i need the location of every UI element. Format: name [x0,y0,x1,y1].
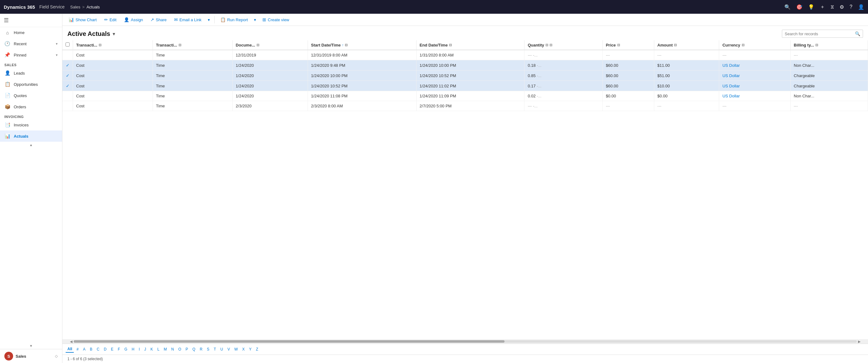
plus-icon[interactable]: ＋ [820,4,825,10]
sidebar-toggle[interactable]: ☰ [0,14,62,27]
alpha-char-o[interactable]: O [177,346,183,353]
col-check[interactable] [62,40,73,50]
table-row[interactable]: CostTime1/24/20201/24/2020 11:08 PM1/24/… [62,91,868,101]
sidebar-item-recent[interactable]: 🕐 Recent ▾ [0,38,62,49]
target-icon[interactable]: 🎯 [796,4,803,10]
col-quantity-filter2-icon[interactable]: ⊟ [550,43,552,47]
currency-cell[interactable]: US Dollar [719,70,790,81]
alpha-char-j[interactable]: J [142,346,148,353]
module-name[interactable]: Field Service [39,4,65,9]
alpha-char-t[interactable]: T [212,346,218,353]
alpha-char-p[interactable]: P [184,346,190,353]
alpha-char-h[interactable]: H [130,346,136,353]
col-quantity-filter-icon[interactable]: ⊟ [546,43,548,47]
more-dropdown-button[interactable]: ▾ [206,16,212,24]
row-check[interactable]: ✓ [62,70,73,81]
alpha-char-all[interactable]: All [65,346,74,353]
scroll-left-icon[interactable]: ◀ [69,340,74,344]
alpha-char-#[interactable]: # [74,346,81,353]
col-price-filter-icon[interactable]: ⊟ [617,43,620,47]
alpha-char-l[interactable]: L [155,346,161,353]
col-document-filter-icon[interactable]: ⊟ [256,43,259,47]
table-row[interactable]: ✓CostTime1/24/20201/24/2020 10:00 PM1/24… [62,70,868,81]
filter-icon[interactable]: ⧖ [831,4,834,10]
alpha-char-v[interactable]: V [225,346,232,353]
sidebar-item-home[interactable]: ⌂ Home [0,27,62,38]
currency-cell[interactable]: US Dollar [719,91,790,101]
alpha-char-i[interactable]: I [137,346,142,353]
sort-asc-icon[interactable]: ↑ [342,43,344,47]
run-report-dropdown[interactable]: ▾ [252,16,258,24]
col-currency-filter-icon[interactable]: ⊟ [742,43,744,47]
alpha-char-k[interactable]: K [149,346,155,353]
alpha-char-s[interactable]: S [205,346,211,353]
assign-button[interactable]: 👤 Assign [121,16,146,24]
page-title-chevron-icon[interactable]: ▾ [113,31,115,37]
scroll-thumb[interactable] [74,340,504,343]
edit-button[interactable]: ✏ Edit [101,16,120,24]
sidebar-item-leads[interactable]: 👤 Leads [0,67,62,79]
row-check[interactable] [62,91,73,101]
col-start-date-filter-icon[interactable]: ⊟ [345,43,348,47]
search-input[interactable] [785,32,853,36]
alpha-char-c[interactable]: C [95,346,101,353]
sidebar-item-pinned[interactable]: 📌 Pinned ▾ [0,49,62,61]
table-row[interactable]: ✓CostTime1/24/20201/24/2020 10:52 PM1/24… [62,81,868,91]
alpha-char-d[interactable]: D [102,346,108,353]
row-check[interactable]: ✓ [62,81,73,91]
sidebar-scroll-down[interactable]: ▼ [0,343,62,349]
table-row[interactable]: CostTime12/31/201912/31/2019 8:00 AM1/31… [62,50,868,60]
sidebar-item-actuals[interactable]: 📊 Actuals [0,130,62,142]
table-row[interactable]: CostTime2/3/20202/3/2020 8:00 AM2/7/2020… [62,101,868,111]
col-transaction-category-filter-icon[interactable]: ⊟ [179,43,181,47]
table-row[interactable]: ✓CostTime1/24/20201/24/2020 9:48 PM1/24/… [62,60,868,70]
alpha-char-n[interactable]: N [169,346,176,353]
bulb-icon[interactable]: 💡 [808,4,814,10]
alpha-char-e[interactable]: E [109,346,115,353]
create-view-button[interactable]: ⊞ Create view [259,16,292,24]
alpha-char-m[interactable]: M [162,346,169,353]
row-check[interactable] [62,50,73,60]
run-report-button[interactable]: 📋 Run Report [217,16,251,24]
email-link-button[interactable]: ✉ Email a Link [171,16,205,24]
sidebar-bottom[interactable]: S Sales ◇ [0,349,62,363]
alpha-char-g[interactable]: G [123,346,129,353]
currency-cell[interactable]: US Dollar [719,81,790,91]
settings-icon[interactable]: ⚙ [840,4,844,10]
share-button[interactable]: ↗ Share [147,16,170,24]
alpha-char-x[interactable]: X [240,346,247,353]
search-icon[interactable]: 🔍 [784,4,790,10]
sidebar-item-opportunities[interactable]: 📋 Opportunities [0,79,62,90]
select-all-checkbox[interactable] [65,42,69,47]
alpha-char-y[interactable]: Y [247,346,253,353]
horizontal-scrollbar[interactable]: ◀ ▶ [62,339,868,344]
col-transaction-type-filter-icon[interactable]: ⊟ [99,43,101,47]
sidebar-item-orders[interactable]: 📦 Orders [0,101,62,112]
col-amount-filter-icon[interactable]: ⊟ [674,43,677,47]
alpha-char-a[interactable]: A [81,346,87,353]
search-box[interactable]: 🔍 [782,30,863,38]
user-icon[interactable]: 👤 [858,4,864,10]
sidebar-item-quotes[interactable]: 📄 Quotes [0,90,62,101]
sidebar-scroll-up[interactable]: ▲ [0,142,62,148]
col-billing-type-filter-icon[interactable]: ⊟ [815,43,818,47]
sidebar-item-invoices[interactable]: 📑 Invoices [0,119,62,130]
col-end-date-filter-icon[interactable]: ⊟ [449,43,452,47]
table-container[interactable]: Transacti... ⊟ Transacti... ⊟ [62,40,868,339]
alpha-char-f[interactable]: F [116,346,122,353]
scroll-track[interactable] [74,340,857,343]
currency-cell[interactable]: US Dollar [719,60,790,70]
alpha-char-z[interactable]: Z [254,346,260,353]
row-check[interactable] [62,101,73,111]
help-icon[interactable]: ? [849,4,852,10]
breadcrumb-parent[interactable]: Sales [70,5,81,9]
alpha-char-q[interactable]: Q [191,346,197,353]
app-name[interactable]: Dynamics 365 [4,4,35,10]
alpha-char-b[interactable]: B [88,346,94,353]
alpha-char-u[interactable]: U [218,346,225,353]
alpha-char-r[interactable]: R [198,346,204,353]
alpha-char-w[interactable]: W [232,346,240,353]
show-chart-button[interactable]: 📊 Show Chart [65,16,100,24]
row-check[interactable]: ✓ [62,60,73,70]
scroll-right-icon[interactable]: ▶ [857,340,862,344]
